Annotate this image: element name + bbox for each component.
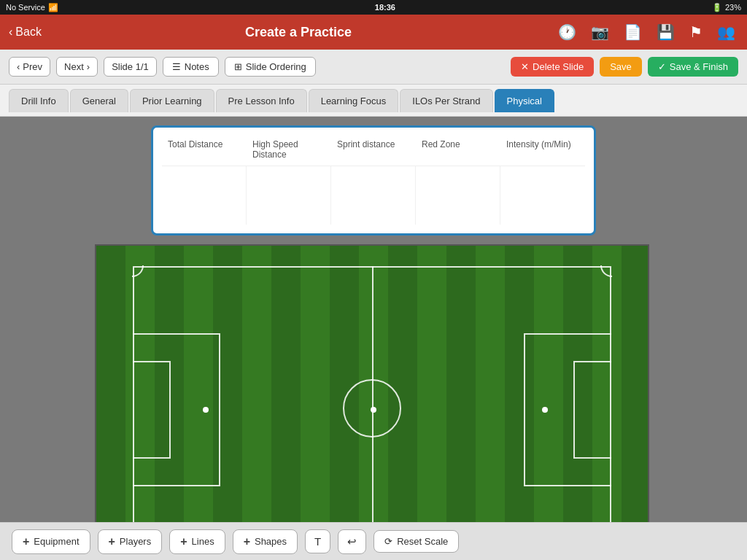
flag-icon-button[interactable]: ⚑ [686,20,705,44]
tab-prior-learning[interactable]: Prior Learning [130,89,214,112]
ball-spot-center [371,407,376,413]
delete-icon: ✕ [521,61,529,72]
page-title: Create a Practice [50,25,546,40]
intensity-header: Intensity (m/Min) [500,136,585,166]
status-bar: No Service 📶 18:36 🔋 23% [0,0,747,15]
physical-panel: Total Distance High Speed Distance Sprin… [151,125,596,236]
sprint-distance-header: Sprint distance [331,136,416,166]
equipment-button[interactable]: + Equipment [12,529,90,554]
battery-icon: 🔋 [712,3,722,12]
text-tool-button[interactable]: T [305,529,330,553]
users-icon-button[interactable]: 👥 [714,20,738,44]
next-arrow-icon: › [87,61,90,72]
prev-arrow-icon: ‹ [17,61,20,72]
slide-indicator: Slide 1/1 [104,57,157,77]
nav-bar: ‹ Back Create a Practice 🕐 📷 📄 💾 ⚑ 👥 [0,15,747,50]
high-speed-distance-cell[interactable] [247,166,331,225]
ordering-icon: ⊞ [234,61,242,72]
delete-slide-label: Delete Slide [533,61,584,72]
slide-ordering-label: Slide Ordering [246,61,306,72]
shapes-plus-icon: + [244,535,250,548]
slide-ordering-button[interactable]: ⊞ Slide Ordering [225,57,316,77]
next-button[interactable]: Next › [56,57,98,77]
undo-icon: ↩ [347,535,357,548]
intensity-cell[interactable] [500,166,585,225]
tab-learning-focus[interactable]: Learning Focus [309,89,399,112]
save-button[interactable]: Save [600,57,642,77]
undo-button[interactable]: ↩ [338,529,366,554]
lines-button[interactable]: + Lines [169,529,225,554]
status-left: No Service 📶 [6,3,58,12]
sprint-distance-cell[interactable] [331,166,416,225]
tab-ilos-per-strand[interactable]: ILOs Per Strand [400,89,492,112]
ball-spot-left [203,407,209,413]
equipment-plus-icon: + [23,535,29,548]
equipment-label: Equipment [34,536,79,547]
right-goal-box [573,361,611,459]
shapes-label: Shapes [255,536,287,547]
soccer-field [95,244,649,522]
players-button[interactable]: + Players [98,529,163,554]
tab-bar: Drill Info General Prior Learning Pre Le… [0,85,747,117]
document-icon-button[interactable]: 📄 [621,20,645,44]
wifi-icon: 📶 [48,3,58,12]
reset-scale-label: Reset Scale [397,536,448,547]
tab-pre-lesson-info[interactable]: Pre Lesson Info [216,89,307,112]
back-label: Back [15,26,42,39]
notes-label: Notes [185,61,209,72]
ball-spot-right [542,407,548,413]
total-distance-header: Total Distance [162,136,247,166]
tab-physical[interactable]: Physical [495,89,554,112]
no-service-text: No Service [6,3,45,12]
notes-button[interactable]: ☰ Notes [163,57,219,77]
shapes-button[interactable]: + Shapes [233,529,298,554]
battery-percent: 23% [725,3,741,12]
left-goal-box [133,361,171,459]
players-label: Players [120,536,151,547]
physical-grid: Total Distance High Speed Distance Sprin… [162,136,585,225]
red-zone-header: Red Zone [416,136,500,166]
save-finish-label: Save & Finish [670,61,728,72]
players-plus-icon: + [109,535,115,548]
checkmark-icon: ✓ [658,61,666,72]
save-finish-button[interactable]: ✓ Save & Finish [648,57,738,77]
back-chevron-icon: ‹ [9,26,12,39]
save-label: Save [610,61,632,72]
toolbar: ‹ Prev Next › Slide 1/1 ☰ Notes ⊞ Slide … [0,50,747,85]
status-time: 18:36 [375,3,395,12]
next-label: Next [64,61,84,72]
lines-plus-icon: + [180,535,187,548]
red-zone-cell[interactable] [416,166,500,225]
text-tool-icon: T [314,535,321,548]
notes-icon: ☰ [172,61,181,72]
reset-scale-button[interactable]: ⟳ Reset Scale [374,530,459,553]
reset-icon: ⟳ [384,536,392,547]
camera-icon-button[interactable]: 📷 [588,20,612,44]
prev-button[interactable]: ‹ Prev [9,57,50,77]
tab-drill-info[interactable]: Drill Info [9,89,69,112]
main-content: Total Distance High Speed Distance Sprin… [0,117,747,522]
total-distance-cell[interactable] [162,166,247,225]
high-speed-distance-header: High Speed Distance [247,136,331,166]
download-icon-button[interactable]: 💾 [654,20,678,44]
history-icon-button[interactable]: 🕐 [555,20,579,44]
lines-label: Lines [192,536,214,547]
tab-general[interactable]: General [70,89,128,112]
status-right: 🔋 23% [712,3,741,12]
bottom-toolbar: + Equipment + Players + Lines + Shapes T… [0,522,747,560]
back-button[interactable]: ‹ Back [9,26,42,39]
prev-label: Prev [23,61,42,72]
delete-slide-button[interactable]: ✕ Delete Slide [511,57,594,77]
